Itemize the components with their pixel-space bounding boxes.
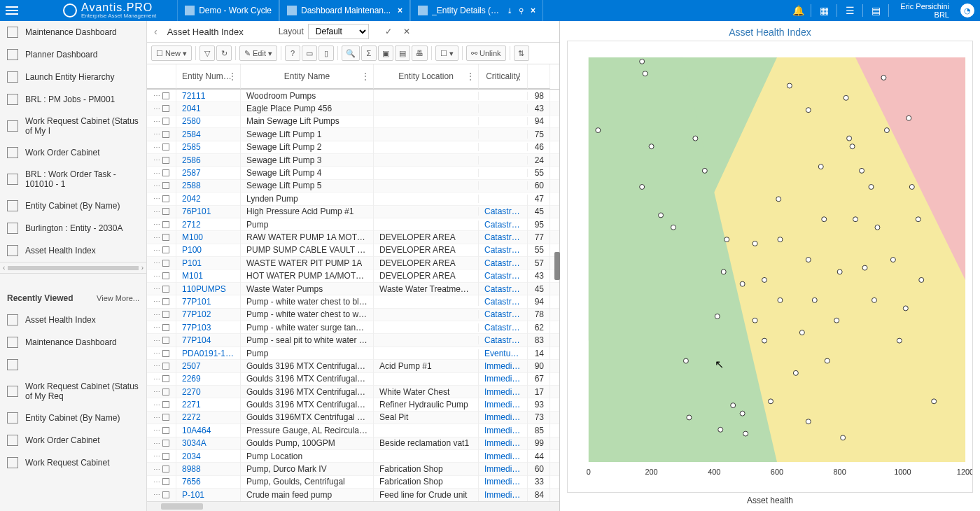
- sidebar-item[interactable]: Asset Health Index: [0, 239, 146, 262]
- apps-icon[interactable]: ▤: [870, 5, 881, 16]
- cancel-icon[interactable]: ✕: [400, 24, 414, 38]
- row-menu-icon[interactable]: ⋯: [153, 323, 160, 331]
- row-menu-icon[interactable]: ⋯: [153, 144, 160, 151]
- row-menu-icon[interactable]: ⋯: [153, 491, 160, 498]
- col-entity-name[interactable]: Entity Name⋮: [241, 64, 374, 89]
- view-more-link[interactable]: View More...: [97, 294, 139, 302]
- row-menu-icon[interactable]: ⋯: [153, 362, 160, 370]
- row-menu-icon[interactable]: ⋯: [153, 440, 160, 447]
- close-icon[interactable]: ×: [398, 6, 402, 15]
- cell-criticality[interactable]: [479, 156, 528, 164]
- chart-area[interactable]: 020040060080010001200 ↖: [567, 41, 973, 493]
- row-menu-icon[interactable]: ⋯: [153, 195, 160, 202]
- cell-criticality[interactable]: [479, 104, 528, 113]
- sum-icon[interactable]: Σ: [361, 46, 377, 61]
- row-menu-icon[interactable]: ⋯: [153, 259, 160, 267]
- column-menu-icon[interactable]: ⋮: [465, 71, 475, 82]
- col-entity-number[interactable]: Entity Number⋮: [176, 64, 241, 89]
- hamburger-menu-icon[interactable]: [6, 3, 21, 18]
- nav-scrollbar[interactable]: ‹›: [0, 262, 146, 274]
- refresh-icon[interactable]: ↻: [216, 46, 232, 61]
- cell-criticality[interactable]: [479, 92, 528, 100]
- row-menu-icon[interactable]: ⋯: [153, 375, 160, 383]
- row-menu-icon[interactable]: ⋯: [153, 234, 160, 241]
- row-menu-icon[interactable]: ⋯: [153, 246, 160, 254]
- more-button[interactable]: ☐ ▾: [435, 46, 458, 61]
- recent-item[interactable]: Work Request Cabinet (Status of My Req: [0, 376, 146, 407]
- column-menu-icon[interactable]: ⋮: [514, 71, 524, 82]
- row-menu-icon[interactable]: ⋯: [153, 465, 160, 473]
- close-icon[interactable]: ×: [531, 6, 536, 15]
- row-menu-icon[interactable]: ⋯: [153, 118, 160, 125]
- cell-criticality[interactable]: [479, 117, 528, 125]
- recent-item[interactable]: [0, 354, 146, 376]
- cell-criticality[interactable]: [479, 181, 528, 190]
- doc1-icon[interactable]: ▭: [302, 46, 317, 61]
- unlink-button[interactable]: ⚯Unlink: [466, 46, 506, 61]
- print-icon[interactable]: 🖶: [412, 46, 428, 61]
- row-menu-icon[interactable]: ⋯: [153, 298, 160, 305]
- search-icon[interactable]: 🔍: [342, 46, 360, 61]
- row-menu-icon[interactable]: ⋯: [153, 130, 160, 138]
- row-menu-icon[interactable]: ⋯: [153, 337, 160, 344]
- sidebar-item[interactable]: Burlington : Entity - 2030A: [0, 217, 146, 239]
- back-arrow-icon[interactable]: ‹: [151, 26, 160, 37]
- cell-entity-number[interactable]: P-101: [176, 486, 241, 501]
- recent-item[interactable]: Entity Cabinet (By Name): [0, 407, 146, 429]
- data-grid[interactable]: Entity Number⋮ Entity Name⋮ Entity Locat…: [147, 64, 559, 501]
- filter-icon[interactable]: ▽: [200, 46, 215, 61]
- col-entity-location[interactable]: Entity Location⋮: [374, 64, 479, 89]
- row-menu-icon[interactable]: ⋯: [153, 401, 160, 409]
- recent-item[interactable]: Maintenance Dashboard: [0, 331, 146, 354]
- row-menu-icon[interactable]: ⋯: [153, 414, 160, 421]
- cell-criticality[interactable]: [479, 195, 528, 203]
- tab-entity-details[interactable]: _Entity Details (Asset... ⤓ ⚲ ×: [410, 0, 543, 21]
- help-icon[interactable]: ?: [285, 46, 300, 61]
- row-menu-icon[interactable]: ⋯: [153, 349, 160, 357]
- pane-resize-handle[interactable]: [554, 252, 560, 280]
- pin-icon[interactable]: ⚲: [519, 7, 524, 15]
- column-menu-icon[interactable]: ⋮: [360, 71, 370, 82]
- row-menu-icon[interactable]: ⋯: [153, 452, 160, 460]
- sidebar-item[interactable]: Work Request Cabinet (Status of My I: [0, 111, 146, 141]
- tab-dashboard[interactable]: Dashboard Maintenan... ×: [279, 0, 410, 21]
- row-menu-icon[interactable]: ⋯: [153, 426, 160, 434]
- avatar[interactable]: ◔: [960, 4, 974, 18]
- cell-criticality[interactable]: Immediate L..: [479, 486, 528, 501]
- layout-select[interactable]: Default: [308, 24, 369, 39]
- user-block[interactable]: Eric Persichini BRL: [900, 2, 949, 19]
- sidebar-item[interactable]: Launch Entity Hierarchy: [0, 66, 146, 88]
- cell-criticality[interactable]: [479, 169, 528, 177]
- tab-demo[interactable]: Demo - Work Cycle: [177, 0, 279, 21]
- recent-item[interactable]: Work Order Cabinet: [0, 429, 146, 451]
- bell-icon[interactable]: 🔔: [792, 5, 804, 16]
- export-excel-icon[interactable]: ▣: [378, 46, 393, 61]
- cell-criticality[interactable]: [479, 143, 528, 151]
- horizontal-scrollbar[interactable]: [147, 501, 559, 511]
- sidebar-item[interactable]: Planner Dashboard: [0, 43, 146, 66]
- row-menu-icon[interactable]: ⋯: [153, 388, 160, 396]
- list-icon[interactable]: ☰: [844, 5, 855, 16]
- column-menu-icon[interactable]: ⋮: [227, 71, 237, 82]
- confirm-icon[interactable]: ✓: [382, 24, 396, 38]
- sidebar-item[interactable]: Work Order Cabinet: [0, 141, 146, 164]
- row-menu-icon[interactable]: ⋯: [153, 182, 160, 190]
- sidebar-item[interactable]: BRL : PM Jobs - PM001: [0, 88, 146, 111]
- row-menu-icon[interactable]: ⋯: [153, 478, 160, 486]
- recent-item[interactable]: Work Request Cabinet: [0, 451, 146, 474]
- new-button[interactable]: ☐ New ▾: [151, 46, 192, 61]
- download-icon[interactable]: ⤓: [507, 7, 512, 15]
- row-menu-icon[interactable]: ⋯: [153, 272, 160, 280]
- sidebar-item[interactable]: BRL : Work Order Task - 101010 - 1: [0, 164, 146, 195]
- row-menu-icon[interactable]: ⋯: [153, 169, 160, 177]
- row-menu-icon[interactable]: ⋯: [153, 220, 160, 228]
- sidebar-item[interactable]: Entity Cabinet (By Name): [0, 195, 146, 217]
- row-menu-icon[interactable]: ⋯: [153, 92, 160, 99]
- grid-icon[interactable]: ▦: [818, 5, 830, 16]
- edit-button[interactable]: ✎Edit ▾: [239, 46, 277, 61]
- col-criticality[interactable]: Criticality⋮: [479, 64, 528, 89]
- export-pdf-icon[interactable]: ▤: [395, 46, 410, 61]
- row-menu-icon[interactable]: ⋯: [153, 285, 160, 293]
- doc2-icon[interactable]: ▯: [318, 46, 334, 61]
- recent-item[interactable]: Asset Health Index: [0, 309, 146, 331]
